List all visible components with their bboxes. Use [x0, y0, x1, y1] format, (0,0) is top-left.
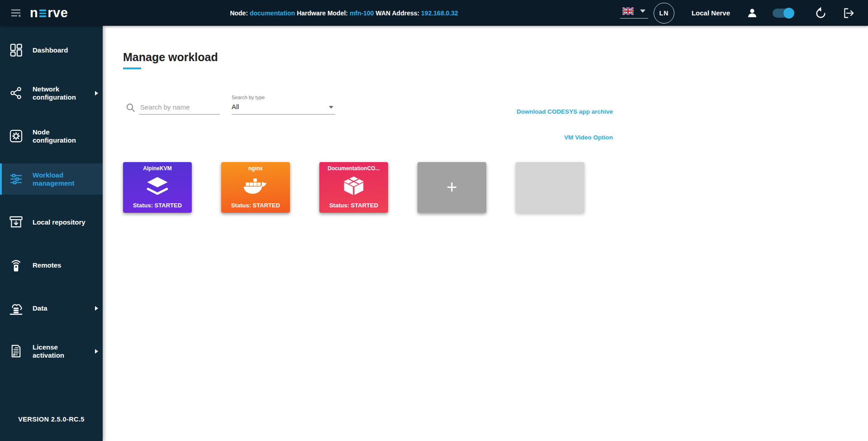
chevron-right-icon [95, 306, 98, 311]
wan-address-label: WAN Address: [375, 10, 419, 17]
search-by-name-field [123, 101, 220, 115]
vm-video-option-link[interactable]: VM Video Option [564, 134, 613, 141]
sidebar-item-label: Local repository [33, 218, 88, 226]
hardware-model-label: Hardware Model: [297, 10, 348, 17]
sidebar-item-label: Node configuration [33, 128, 88, 144]
workload-card-alpinekvm[interactable]: AlpineKVM Status: STARTED [123, 162, 192, 213]
node-info: Node: documentation Hardware Model: mfn-… [68, 10, 620, 17]
action-links: Download CODESYS app archive VM Video Op… [517, 107, 613, 141]
logo-text-rve: rve [47, 6, 68, 19]
reboot-button[interactable] [815, 7, 826, 19]
sidebar-item-label: Workload management [33, 171, 88, 187]
node-value: documentation [250, 10, 295, 17]
search-by-name-input[interactable] [139, 101, 220, 115]
docker-whale-icon [242, 177, 269, 197]
local-repository-icon [8, 215, 24, 229]
chevron-right-icon [95, 91, 98, 96]
workload-cards: AlpineKVM Status: STARTED nginx [123, 162, 868, 213]
main-content: Manage workload Search by type All Downl… [103, 26, 868, 441]
uk-flag-icon [622, 7, 634, 15]
sidebar-item-label: Remotes [33, 261, 88, 269]
version-label: VERSION 2.5.0-RC.5 [0, 416, 103, 423]
sidebar-item-label: License activation [33, 343, 88, 360]
person-icon [746, 7, 758, 19]
wan-address-value: 192.168.0.32 [421, 10, 458, 17]
workload-status: Status: STARTED [133, 202, 182, 209]
topbar-actions: LN Local Nerve [620, 3, 868, 24]
plus-icon: + [446, 178, 457, 196]
menu-toggle-icon[interactable] [10, 7, 22, 19]
sidebar-item-data[interactable]: Data [0, 287, 103, 330]
sidebar-item-network-configuration[interactable]: Network configuration [0, 72, 103, 115]
avatar[interactable]: LN [654, 3, 674, 24]
workload-card-nginx[interactable]: nginx Status: STARTED [221, 162, 290, 213]
logo-text-n: n [30, 6, 38, 19]
search-by-type-value: All [232, 103, 239, 110]
node-label: Node: [230, 10, 248, 17]
sidebar-item-license-activation[interactable]: License activation [0, 330, 103, 373]
sidebar-item-label: Data [33, 304, 88, 312]
chevron-down-icon [640, 10, 645, 13]
download-codesys-link[interactable]: Download CODESYS app archive [517, 108, 613, 115]
reboot-icon [815, 7, 826, 19]
network-icon [8, 86, 24, 100]
dashboard-icon [8, 43, 24, 57]
search-icon [126, 103, 136, 113]
avatar-initials: LN [659, 10, 669, 17]
workload-status: Status: STARTED [329, 202, 378, 209]
sidebar-item-remotes[interactable]: Remotes [0, 244, 103, 287]
dropdown-caret-icon [329, 106, 333, 109]
workload-management-icon [8, 172, 24, 186]
account-name: Local Nerve [692, 9, 730, 17]
language-select-underline [620, 18, 648, 19]
node-configuration-icon [8, 129, 24, 143]
topbar: n rve Node: documentation Hardware Model… [0, 0, 868, 26]
nerve-logo[interactable]: n rve [30, 6, 68, 19]
sidebar-item-node-configuration[interactable]: Node configuration [0, 115, 103, 158]
toggle-knob [783, 8, 794, 19]
connection-toggle[interactable] [773, 9, 793, 18]
add-workload-tile[interactable]: + [417, 162, 486, 213]
search-by-type-label: Search by type [232, 95, 335, 100]
vm-layers-icon [144, 176, 171, 198]
hardware-model-value: mfn-100 [350, 10, 374, 17]
logout-button[interactable] [843, 7, 855, 19]
search-by-type-select[interactable]: Search by type All [232, 95, 335, 115]
workload-status: Status: STARTED [231, 202, 280, 209]
license-activation-icon [8, 344, 24, 358]
sidebar-item-label: Dashboard [33, 46, 88, 54]
workload-name: DocumentationCO... [327, 165, 379, 172]
sidebar-item-dashboard[interactable]: Dashboard [0, 29, 103, 72]
empty-workload-placeholder [516, 162, 584, 213]
user-profile-button[interactable] [746, 7, 758, 19]
workload-name: AlpineKVM [143, 165, 171, 172]
workload-name: nginx [248, 165, 263, 172]
data-icon [8, 301, 24, 315]
page-title: Manage workload [123, 51, 868, 63]
title-underline [123, 67, 141, 69]
logo-e-bars-icon [39, 10, 46, 17]
sidebar-item-label: Network configuration [33, 85, 88, 101]
chevron-right-icon [95, 349, 98, 354]
codesys-cubes-icon [341, 176, 366, 198]
logout-icon [843, 7, 855, 19]
sidebar: Dashboard Network configuration [0, 26, 103, 441]
remotes-icon [8, 258, 24, 272]
sidebar-item-workload-management[interactable]: Workload management [0, 158, 103, 201]
sidebar-item-local-repository[interactable]: Local repository [0, 201, 103, 244]
workload-card-documentation[interactable]: DocumentationCO... Status: STARTED [319, 162, 388, 213]
filters-row: Search by type All [123, 95, 868, 115]
language-select[interactable] [620, 7, 648, 19]
